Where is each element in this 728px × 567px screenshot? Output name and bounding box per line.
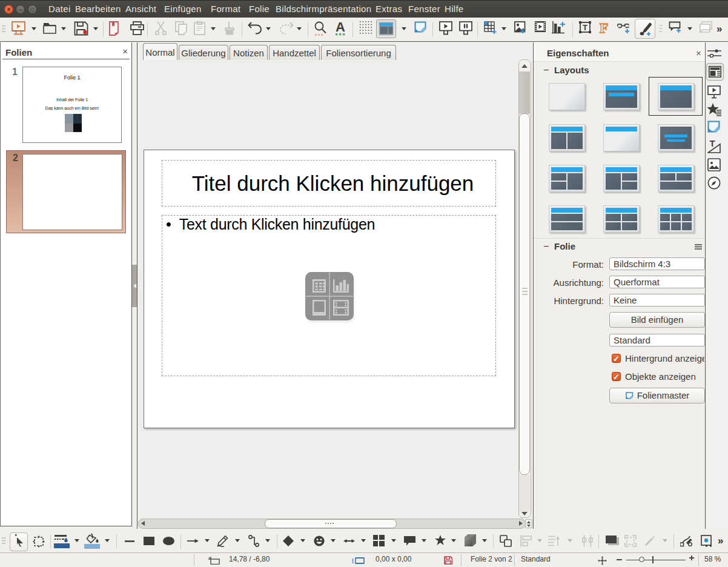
svg-text:T: T [709,139,715,148]
svg-text:A: A [336,21,345,35]
svg-text:F: F [600,21,609,35]
svg-text:T: T [583,23,587,32]
svg-text:I: I [352,557,354,565]
